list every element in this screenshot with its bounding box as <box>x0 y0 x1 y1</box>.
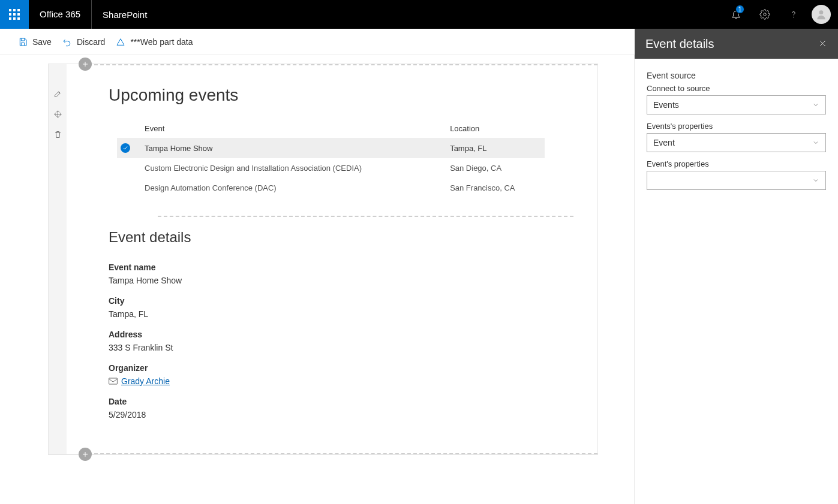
svg-rect-5 <box>17 13 20 16</box>
event-details-title: Event details <box>109 229 573 246</box>
organizer-link[interactable]: Grady Archie <box>109 376 170 386</box>
column-header-location[interactable]: Location <box>446 119 545 138</box>
eventss-properties-select[interactable]: Event <box>647 133 826 152</box>
pane-title: Event details <box>645 37 714 51</box>
svg-rect-6 <box>9 17 11 20</box>
value-date: 5/29/2018 <box>109 410 573 420</box>
cell-event: Tampa Home Show <box>141 138 446 158</box>
gear-icon <box>759 9 770 20</box>
svg-rect-1 <box>13 9 16 11</box>
row-selected-check[interactable] <box>121 143 130 153</box>
suite-title[interactable]: Office 365 <box>29 0 92 29</box>
table-row[interactable]: Design Automation Conference (DAC) San F… <box>117 178 545 198</box>
label-connect-source: Connect to source <box>647 84 826 93</box>
label-eventss-properties: Events's properties <box>647 122 826 131</box>
events-properties-select[interactable] <box>647 171 826 190</box>
label-events-properties: Event's properties <box>647 159 826 168</box>
svg-rect-19 <box>109 378 118 384</box>
webpart-data-label: ***Web part data <box>130 37 193 47</box>
waffle-icon <box>9 9 20 20</box>
events-table: Event Location Tampa Home Show Tampa, FL <box>117 119 545 198</box>
cell-location: San Diego, CA <box>446 158 545 178</box>
cell-event: Custom Electronic Design and Installatio… <box>141 158 446 178</box>
notifications-button[interactable]: 1 <box>722 0 750 29</box>
svg-rect-4 <box>13 13 16 16</box>
label-event-source: Event source <box>647 71 826 80</box>
plus-icon <box>82 61 89 68</box>
suite-app-name[interactable]: SharePoint <box>92 10 158 20</box>
save-icon <box>18 37 28 47</box>
column-header-event[interactable]: Event <box>141 119 446 138</box>
svg-point-11 <box>819 10 824 14</box>
chevron-down-icon <box>812 101 819 108</box>
page-canvas: Upcoming events Event Location <box>48 64 598 455</box>
close-pane-button[interactable] <box>818 37 827 51</box>
check-icon <box>122 145 128 151</box>
help-icon <box>788 9 799 20</box>
label-address: Address <box>109 330 573 339</box>
svg-rect-8 <box>17 17 20 20</box>
section-divider-bottom <box>88 453 597 454</box>
svg-rect-7 <box>13 17 16 20</box>
triangle-icon <box>116 37 125 47</box>
notification-badge: 1 <box>735 5 744 14</box>
cell-location: Tampa, FL <box>446 138 545 158</box>
svg-rect-3 <box>9 13 11 16</box>
discard-label: Discard <box>77 37 105 47</box>
cell-location: San Francisco, CA <box>446 178 545 198</box>
connect-source-select[interactable]: Events <box>647 95 826 114</box>
add-section-top[interactable] <box>79 58 92 71</box>
section-divider-mid <box>158 216 573 217</box>
chevron-down-icon <box>812 177 819 184</box>
upcoming-events-title: Upcoming events <box>109 86 573 105</box>
svg-rect-0 <box>9 9 11 11</box>
label-event-name: Event name <box>109 262 573 272</box>
property-pane-header: Event details <box>635 29 838 59</box>
app-launcher-button[interactable] <box>0 0 29 29</box>
svg-point-9 <box>764 13 767 16</box>
value-event-name: Tampa Home Show <box>109 276 573 285</box>
value-address: 333 S Franklin St <box>109 343 573 352</box>
label-date: Date <box>109 397 573 406</box>
save-label: Save <box>32 37 52 47</box>
close-icon <box>818 39 827 48</box>
label-organizer: Organizer <box>109 363 573 373</box>
plus-icon <box>82 451 89 458</box>
eventss-properties-value: Event <box>653 138 675 147</box>
save-button[interactable]: Save <box>18 37 52 47</box>
mail-icon <box>109 378 118 385</box>
user-avatar[interactable] <box>812 5 831 24</box>
settings-button[interactable] <box>750 0 779 29</box>
property-pane: Event details Event source Connect to so… <box>635 29 838 504</box>
value-city: Tampa, FL <box>109 309 573 319</box>
label-city: City <box>109 296 573 306</box>
chevron-down-icon <box>812 139 819 146</box>
undo-icon <box>62 37 72 47</box>
connect-source-value: Events <box>653 100 679 110</box>
discard-button[interactable]: Discard <box>62 37 105 47</box>
add-section-bottom[interactable] <box>79 448 92 461</box>
svg-rect-2 <box>17 9 20 11</box>
suite-bar: Office 365 SharePoint 1 <box>0 0 838 29</box>
table-row[interactable]: Tampa Home Show Tampa, FL <box>117 138 545 158</box>
organizer-name: Grady Archie <box>121 376 170 386</box>
cell-event: Design Automation Conference (DAC) <box>141 178 446 198</box>
person-icon <box>815 8 827 20</box>
webpart-data-button[interactable]: ***Web part data <box>116 37 193 47</box>
canvas-workspace: Upcoming events Event Location <box>0 55 635 504</box>
help-button[interactable] <box>779 0 808 29</box>
svg-point-10 <box>794 17 794 17</box>
table-row[interactable]: Custom Electronic Design and Installatio… <box>117 158 545 178</box>
